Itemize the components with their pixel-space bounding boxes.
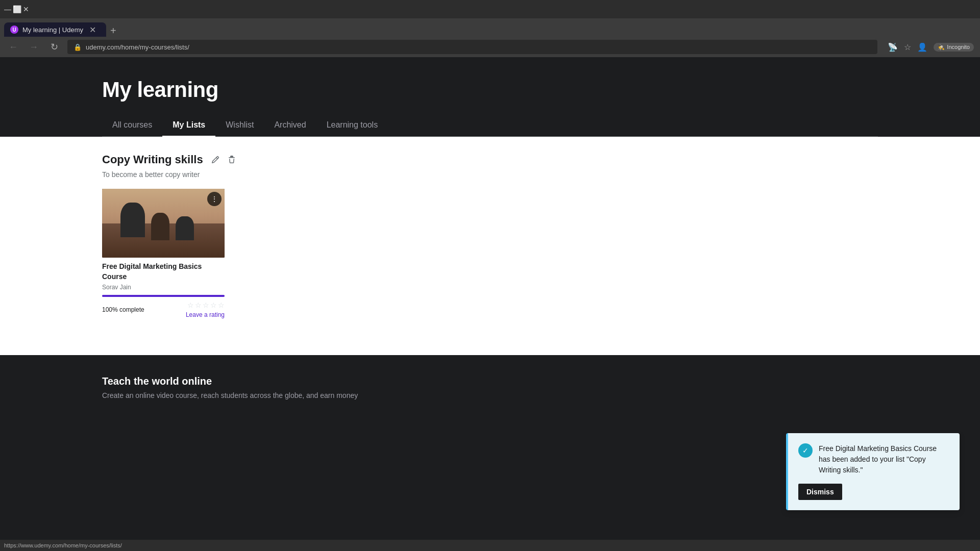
forward-button[interactable]: → bbox=[27, 42, 41, 53]
status-url: https://www.udemy.com/home/my-courses/li… bbox=[4, 542, 122, 548]
toast-check-icon: ✓ bbox=[798, 443, 813, 458]
edit-list-button[interactable] bbox=[209, 154, 222, 166]
browser-actions: 📡 ☆ 👤 🕵 Incognito bbox=[888, 42, 974, 52]
nav-tabs: All courses My Lists Wishlist Archived L… bbox=[102, 114, 878, 137]
close-button[interactable]: ✕ bbox=[22, 6, 30, 13]
url-text: udemy.com/home/my-courses/lists/ bbox=[86, 43, 189, 51]
classroom-figure-2 bbox=[151, 213, 169, 240]
toast-dismiss-button[interactable]: Dismiss bbox=[798, 484, 842, 500]
bookmark-icon[interactable]: ☆ bbox=[904, 42, 911, 52]
minimize-button[interactable]: — bbox=[4, 6, 11, 13]
toast-notification: ✓ Free Digital Marketing Basics Course h… bbox=[786, 433, 960, 510]
cast-icon[interactable]: 📡 bbox=[888, 42, 898, 52]
page-title: My learning bbox=[102, 78, 878, 102]
page-header: My learning All courses My Lists Wishlis… bbox=[0, 57, 980, 137]
card-body: Free Digital Marketing Basics Course Sor… bbox=[102, 258, 225, 322]
browser-titlebar: — ⬜ ✕ bbox=[0, 0, 980, 18]
footer-title: Teach the world online bbox=[102, 375, 878, 387]
card-image[interactable]: ⋮ bbox=[102, 189, 225, 258]
star-2: ☆ bbox=[195, 301, 202, 309]
page-footer: Teach the world online Create an online … bbox=[0, 355, 980, 420]
card-footer: 100% complete ☆ ☆ ☆ ☆ ☆ Leave a rating bbox=[102, 301, 225, 318]
main-content: Copy Writing skills To become a better c… bbox=[0, 137, 980, 355]
tab-bar: U My learning | Udemy ✕ + bbox=[0, 18, 980, 37]
incognito-badge: 🕵 Incognito bbox=[934, 43, 974, 52]
tab-title: My learning | Udemy bbox=[22, 26, 83, 34]
back-button[interactable]: ← bbox=[6, 42, 20, 53]
card-rating: ☆ ☆ ☆ ☆ ☆ Leave a rating bbox=[186, 301, 225, 318]
course-instructor: Sorav Jain bbox=[102, 284, 225, 291]
classroom-scene bbox=[102, 189, 225, 258]
card-menu-button[interactable]: ⋮ bbox=[207, 192, 222, 206]
tab-all-courses[interactable]: All courses bbox=[102, 114, 162, 137]
star-4: ☆ bbox=[210, 301, 217, 309]
list-description: To become a better copy writer bbox=[102, 170, 878, 179]
list-actions bbox=[209, 154, 238, 166]
browser-chrome: — ⬜ ✕ U My learning | Udemy ✕ + ← → ↻ 🔒 … bbox=[0, 0, 980, 57]
list-header: Copy Writing skills bbox=[102, 153, 878, 166]
window-controls: — ⬜ ✕ bbox=[4, 6, 30, 13]
star-rating: ☆ ☆ ☆ ☆ ☆ bbox=[187, 301, 225, 309]
profile-icon[interactable]: 👤 bbox=[917, 42, 927, 52]
classroom-figure-3 bbox=[176, 216, 194, 240]
footer-description: Create an online video course, reach stu… bbox=[102, 391, 878, 399]
status-bar: https://www.udemy.com/home/my-courses/li… bbox=[0, 540, 980, 551]
tab-wishlist[interactable]: Wishlist bbox=[215, 114, 264, 137]
maximize-button[interactable]: ⬜ bbox=[13, 6, 20, 13]
toast-content: ✓ Free Digital Marketing Basics Course h… bbox=[798, 443, 949, 475]
new-tab-button[interactable]: + bbox=[110, 25, 116, 37]
list-title: Copy Writing skills bbox=[102, 153, 203, 166]
star-5: ☆ bbox=[218, 301, 225, 309]
toast-message: Free Digital Marketing Basics Course has… bbox=[819, 443, 949, 475]
progress-text: 100% complete bbox=[102, 306, 144, 313]
tab-archived[interactable]: Archived bbox=[264, 114, 316, 137]
star-3: ☆ bbox=[203, 301, 209, 309]
tab-close-button[interactable]: ✕ bbox=[89, 25, 96, 35]
list-section: Copy Writing skills To become a better c… bbox=[102, 153, 878, 322]
star-1: ☆ bbox=[187, 301, 194, 309]
address-bar: ← → ↻ 🔒 udemy.com/home/my-courses/lists/… bbox=[0, 37, 980, 57]
classroom-figure-1 bbox=[120, 203, 145, 237]
url-bar[interactable]: 🔒 udemy.com/home/my-courses/lists/ bbox=[67, 40, 877, 54]
course-progress-fill bbox=[102, 295, 225, 297]
tab-my-lists[interactable]: My Lists bbox=[162, 114, 215, 137]
tab-learning-tools[interactable]: Learning tools bbox=[316, 114, 388, 137]
delete-list-button[interactable] bbox=[226, 154, 238, 166]
active-tab[interactable]: U My learning | Udemy ✕ bbox=[4, 22, 106, 37]
leave-rating-link[interactable]: Leave a rating bbox=[186, 311, 225, 318]
tab-favicon: U bbox=[10, 26, 18, 34]
course-progress-bar bbox=[102, 295, 225, 297]
reload-button[interactable]: ↻ bbox=[47, 41, 61, 53]
course-title: Free Digital Marketing Basics Course bbox=[102, 262, 225, 282]
course-card: ⋮ Free Digital Marketing Basics Course S… bbox=[102, 189, 225, 322]
